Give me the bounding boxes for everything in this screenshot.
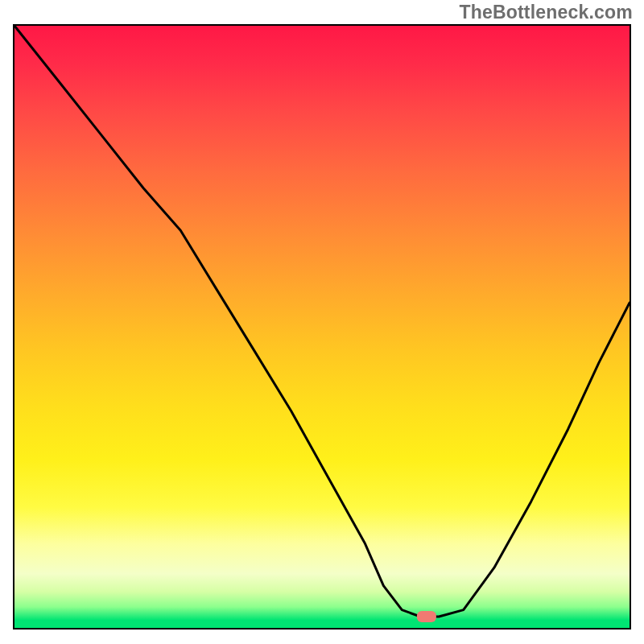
bottleneck-curve: [14, 26, 630, 617]
chart-container: TheBottleneck.com: [0, 0, 644, 644]
watermark-text: TheBottleneck.com: [459, 2, 633, 23]
plot-area: [13, 24, 631, 630]
plot-inner: [14, 26, 630, 628]
optimal-marker: [417, 611, 436, 622]
bottleneck-curve-svg: [14, 26, 630, 628]
